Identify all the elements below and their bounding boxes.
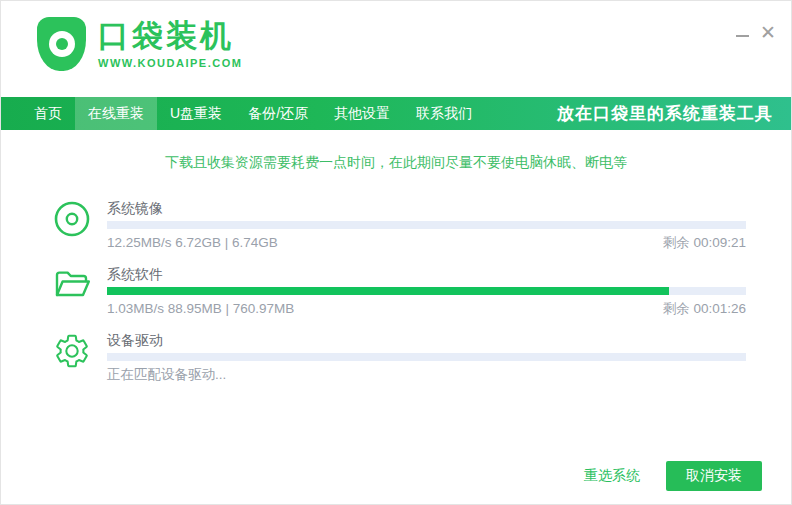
task-label: 系统软件 [107,265,746,283]
tab-online-reinstall[interactable]: 在线重装 [75,97,157,130]
progress-bar [107,287,746,295]
task-body: 系统软件 1.03MB/s 88.95MB | 760.97MB 剩余 00:0… [107,265,746,318]
reselect-system-link[interactable]: 重选系统 [584,467,640,485]
close-button[interactable]: ✕ [755,21,781,43]
progress-bar [107,353,746,361]
tab-usb-reinstall[interactable]: U盘重装 [157,97,235,130]
task-label: 设备驱动 [107,331,746,349]
app-website: WWW.KOUDAIPE.COM [98,57,242,69]
minimize-icon [736,35,749,37]
task-row-device-driver: 设备驱动 正在匹配设备驱动... [53,331,746,384]
task-row-system-software: 系统软件 1.03MB/s 88.95MB | 760.97MB 剩余 00:0… [53,265,746,318]
tab-contact-us[interactable]: 联系我们 [403,97,485,130]
task-stats-row: 正在匹配设备驱动... [107,366,746,384]
task-stats-row: 1.03MB/s 88.95MB | 760.97MB 剩余 00:01:26 [107,300,746,318]
task-body: 系统镜像 12.25MB/s 6.72GB | 6.74GB 剩余 00:09:… [107,199,746,252]
task-remaining: 剩余 00:09:21 [663,234,746,252]
task-row-system-image: 系统镜像 12.25MB/s 6.72GB | 6.74GB 剩余 00:09:… [53,199,746,252]
close-icon: ✕ [760,23,776,42]
gear-icon [53,332,93,372]
task-status: 正在匹配设备驱动... [107,366,226,384]
tab-home[interactable]: 首页 [21,97,75,130]
minimize-button[interactable] [729,21,755,43]
app-logo-shield-icon [37,17,86,71]
task-stats: 12.25MB/s 6.72GB | 6.74GB [107,234,278,252]
download-panel: 下载且收集资源需要耗费一点时间，在此期间尽量不要使电脑休眠、断电等 系统镜像 1… [1,154,791,384]
main-nav: 首页 在线重装 U盘重装 备份/还原 其他设置 联系我们 放在口袋里的系统重装工… [1,97,791,130]
logo-dot [56,38,68,50]
task-label: 系统镜像 [107,199,746,217]
tab-backup-restore[interactable]: 备份/还原 [235,97,321,130]
progress-fill [107,287,669,295]
window-controls: ✕ [729,21,781,43]
cancel-install-button[interactable]: 取消安装 [666,461,762,491]
notice-text: 下载且收集资源需要耗费一点时间，在此期间尽量不要使电脑休眠、断电等 [1,154,791,172]
task-stats: 1.03MB/s 88.95MB | 760.97MB [107,300,294,318]
task-stats-row: 12.25MB/s 6.72GB | 6.74GB 剩余 00:09:21 [107,234,746,252]
brand-text: 口袋装机 WWW.KOUDAIPE.COM [98,19,242,69]
app-window: 口袋装机 WWW.KOUDAIPE.COM ✕ 首页 在线重装 U盘重装 备份/… [0,0,792,505]
nav-slogan: 放在口袋里的系统重装工具 [557,102,773,125]
brand: 口袋装机 WWW.KOUDAIPE.COM [37,17,242,71]
logo-circle [49,31,75,57]
titlebar: 口袋装机 WWW.KOUDAIPE.COM ✕ [1,1,791,97]
disc-icon [53,200,93,240]
task-remaining: 剩余 00:01:26 [663,300,746,318]
task-body: 设备驱动 正在匹配设备驱动... [107,331,746,384]
tab-other-settings[interactable]: 其他设置 [321,97,403,130]
footer-actions: 重选系统 取消安装 [584,461,762,491]
app-title: 口袋装机 [98,19,242,53]
folder-icon [53,266,93,306]
progress-bar [107,221,746,229]
